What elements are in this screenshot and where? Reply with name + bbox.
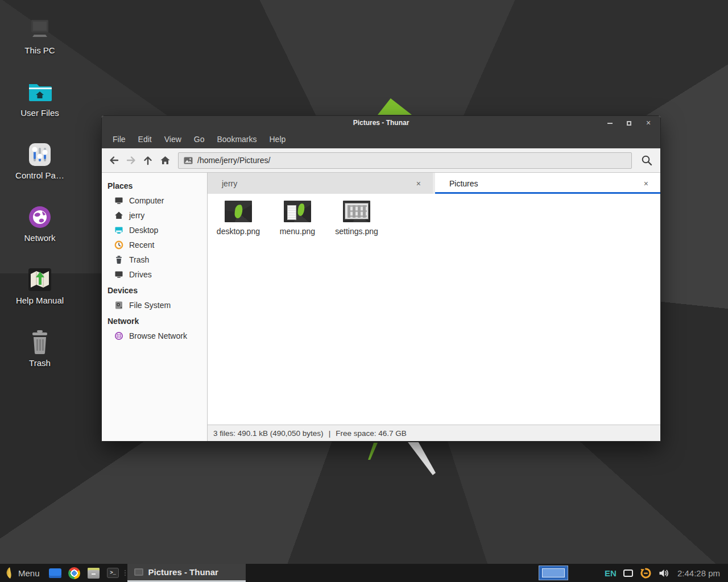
task-button-thunar[interactable]: Pictures - Thunar bbox=[127, 564, 246, 582]
up-button[interactable] bbox=[139, 152, 156, 169]
tray-display-item[interactable] bbox=[620, 564, 636, 582]
status-bar: 3 files: 490.1 kB (490,050 bytes) | Free… bbox=[208, 425, 660, 441]
window-title: Pictures - Thunar bbox=[353, 119, 410, 127]
close-button[interactable]: × bbox=[642, 117, 655, 130]
speaker-icon bbox=[659, 568, 669, 578]
thunar-window-icon bbox=[134, 568, 143, 576]
tab-label: jerry bbox=[222, 179, 237, 188]
file-name: menu.png bbox=[270, 227, 325, 236]
home-button[interactable] bbox=[156, 152, 173, 169]
desktop-icon-label: Trash bbox=[6, 358, 74, 368]
file-thumbnail bbox=[225, 201, 252, 222]
minimize-button[interactable] bbox=[603, 117, 616, 130]
file-name: settings.png bbox=[329, 227, 384, 236]
desktop: { "desktop_icons": [ { "label": "This PC… bbox=[0, 0, 728, 582]
launcher-file-manager[interactable] bbox=[46, 564, 65, 582]
sidebar-item-drives[interactable]: Drives bbox=[102, 267, 207, 282]
path-text: /home/jerry/Pictures/ bbox=[197, 156, 270, 165]
maximize-icon bbox=[627, 121, 631, 126]
desktop-icon-trash[interactable]: Trash bbox=[6, 330, 74, 386]
network-globe-icon bbox=[26, 205, 53, 230]
tab-pictures[interactable]: Pictures × bbox=[435, 173, 660, 194]
maximize-button[interactable] bbox=[623, 117, 635, 130]
content-pane: jerry × Pictures × desktop.png bbox=[208, 173, 660, 441]
launcher-terminal[interactable]: >_ bbox=[104, 564, 123, 582]
menu-go[interactable]: Go bbox=[188, 130, 211, 148]
desktop-icon-label: Network bbox=[6, 233, 74, 243]
sidebar-item-computer[interactable]: Computer bbox=[102, 193, 207, 208]
tab-close-icon[interactable]: × bbox=[641, 178, 651, 189]
chrome-icon bbox=[68, 567, 80, 579]
back-button[interactable] bbox=[105, 152, 122, 169]
sidebar-item-home[interactable]: jerry bbox=[102, 208, 207, 223]
clock[interactable]: 2:44:28 pm bbox=[673, 568, 723, 578]
desktop-icon-network[interactable]: Network bbox=[6, 205, 74, 261]
launcher-chrome[interactable] bbox=[65, 564, 84, 582]
desktop-icon-this-pc[interactable]: This PC bbox=[6, 17, 74, 74]
sidebar-item-label: Recent bbox=[129, 240, 154, 250]
filesystem-drive-icon bbox=[114, 301, 123, 310]
control-panel-icon bbox=[26, 142, 53, 167]
desktop-icon-user-files[interactable]: User Files bbox=[6, 80, 74, 136]
task-button-label: Pictures - Thunar bbox=[148, 567, 218, 577]
tab-close-icon[interactable]: × bbox=[413, 178, 424, 189]
drives-icon bbox=[114, 270, 123, 279]
workspace-switcher[interactable] bbox=[539, 566, 568, 580]
applications-menu-button[interactable]: Menu bbox=[0, 564, 46, 582]
tab-label: Pictures bbox=[449, 179, 478, 188]
display-icon bbox=[623, 569, 633, 577]
desktop-icon-label: This PC bbox=[6, 45, 74, 55]
file-settings-png[interactable]: settings.png bbox=[329, 199, 384, 236]
menu-file[interactable]: File bbox=[106, 130, 132, 148]
sidebar-item-label: jerry bbox=[129, 211, 144, 220]
window-body: Places Computer jerry bbox=[102, 173, 660, 441]
sidebar-header-places: Places bbox=[102, 177, 207, 193]
sidebar-item-file-system[interactable]: File System bbox=[102, 298, 207, 313]
search-button[interactable] bbox=[636, 152, 657, 169]
wallpaper-logo-fragment-top bbox=[378, 98, 412, 115]
menu-logo-icon bbox=[5, 567, 14, 579]
sidebar-item-label: Desktop bbox=[129, 226, 158, 235]
sidebar-item-label: Trash bbox=[129, 255, 149, 264]
menubar: File Edit View Go Bookmarks Help bbox=[102, 130, 660, 148]
sidebar-item-trash[interactable]: Trash bbox=[102, 252, 207, 267]
thumbnail-settings-window bbox=[345, 203, 369, 219]
titlebar[interactable]: Pictures - Thunar × bbox=[102, 116, 660, 130]
taskbar-left: Menu >_ Pictures - Thunar bbox=[0, 564, 246, 582]
keyboard-layout-indicator[interactable]: EN bbox=[601, 564, 620, 582]
window-controls: × bbox=[603, 116, 655, 130]
file-desktop-png[interactable]: desktop.png bbox=[211, 199, 266, 236]
toolbar: /home/jerry/Pictures/ bbox=[102, 148, 660, 173]
file-menu-png[interactable]: menu.png bbox=[270, 199, 325, 236]
sidebar-header-devices: Devices bbox=[102, 282, 207, 298]
sidebar-item-label: Browse Network bbox=[129, 331, 187, 340]
thumbnail-logo-shape bbox=[297, 203, 305, 216]
file-name: desktop.png bbox=[211, 227, 266, 236]
tab-jerry[interactable]: jerry × bbox=[208, 173, 433, 194]
desktop-icon-label: Help Manual bbox=[6, 296, 74, 305]
help-manual-icon bbox=[26, 267, 53, 292]
launcher-archive[interactable] bbox=[84, 564, 104, 582]
menu-help[interactable]: Help bbox=[263, 130, 292, 148]
status-files-summary: 3 files: 490.1 kB (490,050 bytes) bbox=[213, 429, 324, 438]
forward-button[interactable] bbox=[122, 152, 139, 169]
path-input[interactable]: /home/jerry/Pictures/ bbox=[178, 152, 632, 169]
sidebar-item-label: Computer bbox=[129, 196, 164, 205]
file-cabinet-icon bbox=[88, 568, 100, 579]
desktop-icon-control-panel[interactable]: Control Pa… bbox=[6, 142, 74, 199]
desktop-icon-help-manual[interactable]: Help Manual bbox=[6, 267, 74, 324]
menu-view[interactable]: View bbox=[158, 130, 188, 148]
tray-updates-item[interactable] bbox=[636, 564, 655, 582]
desktop-icon-label: User Files bbox=[6, 108, 74, 118]
volume-item[interactable] bbox=[655, 564, 673, 582]
sidebar-item-desktop[interactable]: Desktop bbox=[102, 223, 207, 238]
trash-icon bbox=[26, 330, 53, 355]
thumbnail-menu-panel bbox=[287, 205, 296, 220]
menu-edit[interactable]: Edit bbox=[132, 130, 158, 148]
thumbnail-icon-grid bbox=[348, 205, 367, 218]
menu-bookmarks[interactable]: Bookmarks bbox=[210, 130, 263, 148]
sidebar-item-browse-network[interactable]: Browse Network bbox=[102, 329, 207, 343]
sidebar-item-recent[interactable]: Recent bbox=[102, 238, 207, 252]
file-view[interactable]: desktop.png menu.png settings.png bbox=[208, 194, 660, 425]
back-arrow-icon bbox=[109, 155, 119, 165]
